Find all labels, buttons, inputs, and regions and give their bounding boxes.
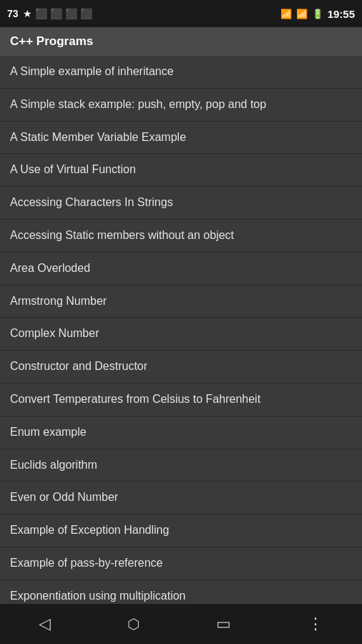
list-item[interactable]: A Simple stack example: push, empty, pop… [0, 89, 362, 122]
list-item[interactable]: Accessing Characters In Strings [0, 187, 362, 220]
list-item[interactable]: Exponentiation using multiplication [0, 580, 362, 604]
list-item[interactable]: Convert Temperatures from Celsius to Fah… [0, 384, 362, 416]
app-title: C++ Programs [10, 34, 93, 48]
status-icons: ★ ⬛ ⬛ ⬛ ⬛ [23, 8, 92, 19]
clock: 19:55 [328, 8, 355, 20]
recents-button[interactable] [205, 609, 243, 639]
wifi-icon: 📶 [280, 9, 292, 19]
signal-icon: 📶 [296, 9, 308, 19]
status-bar: 73 ★ ⬛ ⬛ ⬛ ⬛ 📶 📶 🔋 19:55 [0, 0, 362, 27]
menu-button[interactable] [296, 609, 335, 639]
notification-count: 73 [7, 8, 19, 19]
list-container[interactable]: A Simple example of inheritanceA Simple … [0, 56, 362, 604]
list-item[interactable]: Complex Number [0, 318, 362, 351]
list-item[interactable]: Example of pass-by-reference [0, 547, 362, 580]
list-item[interactable]: Constructor and Destructor [0, 351, 362, 384]
download-icon2: ⬛ [50, 8, 62, 19]
app-header: C++ Programs [0, 27, 362, 56]
download-icon: ⬛ [35, 8, 47, 19]
list-item[interactable]: Area Overloded [0, 253, 362, 286]
battery-icon: 🔋 [312, 9, 323, 19]
home-button[interactable] [116, 609, 151, 639]
list-item[interactable]: Accessing Static members without an obje… [0, 220, 362, 253]
list-item[interactable]: Euclids algorithm [0, 449, 362, 482]
list-item[interactable]: Armstrong Number [0, 286, 362, 318]
star-icon: ★ [23, 8, 32, 19]
status-left: 73 ★ ⬛ ⬛ ⬛ ⬛ [7, 8, 92, 19]
back-button[interactable] [27, 609, 62, 639]
list-item[interactable]: A Static Member Variable Example [0, 122, 362, 155]
list-item[interactable]: A Use of Virtual Function [0, 154, 362, 187]
status-right: 📶 📶 🔋 19:55 [280, 8, 355, 20]
list-item[interactable]: Even or Odd Number [0, 482, 362, 514]
nav-bar [0, 604, 362, 644]
list-item[interactable]: Enum example [0, 416, 362, 449]
list-item[interactable]: Example of Exception Handling [0, 514, 362, 547]
list-item[interactable]: A Simple example of inheritance [0, 56, 362, 89]
download-icon3: ⬛ [65, 8, 77, 19]
download-icon4: ⬛ [80, 8, 92, 19]
